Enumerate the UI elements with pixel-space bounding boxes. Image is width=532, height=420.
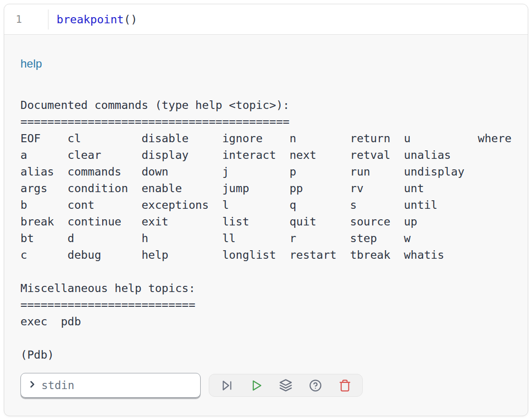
help-button[interactable] — [300, 374, 330, 396]
stdin-input[interactable] — [41, 379, 194, 391]
step-button[interactable] — [212, 374, 242, 396]
debugger-cell: 1 breakpoint() help Documented commands … — [4, 4, 528, 416]
skip-forward-icon — [221, 379, 233, 392]
code-editor-line[interactable]: 1 breakpoint() — [4, 4, 528, 35]
stack-button[interactable] — [271, 374, 300, 396]
layers-icon — [279, 379, 292, 392]
console-panel: help Documented commands (type help <top… — [4, 35, 528, 398]
echoed-command: help — [20, 57, 512, 71]
gutter-divider — [48, 10, 48, 29]
run-button[interactable] — [242, 374, 271, 396]
code-token-parens: () — [124, 13, 137, 26]
code-content[interactable]: breakpoint() — [57, 13, 137, 26]
stdin-box[interactable] — [20, 373, 201, 398]
trash-icon — [339, 379, 351, 392]
debugger-input-row — [20, 373, 512, 398]
play-icon — [250, 379, 263, 392]
code-token-function: breakpoint — [57, 13, 124, 26]
chevron-right-icon — [27, 379, 38, 391]
help-circle-icon — [309, 379, 322, 392]
debugger-toolbar — [209, 374, 363, 397]
pdb-output: Documented commands (type help <topic>):… — [20, 97, 512, 363]
clear-button[interactable] — [330, 374, 359, 396]
line-number: 1 — [4, 13, 48, 25]
